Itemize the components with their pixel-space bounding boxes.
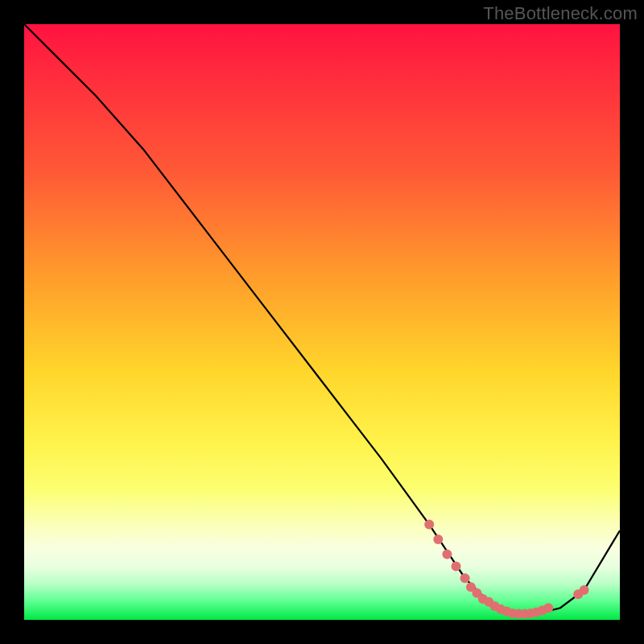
curve-svg	[24, 24, 620, 620]
marker-dot	[424, 520, 434, 530]
chart-frame: TheBottleneck.com	[0, 0, 644, 644]
marker-dot	[460, 573, 470, 583]
marker-dot	[580, 585, 589, 595]
marker-dot	[433, 535, 443, 544]
marker-dot	[452, 561, 461, 571]
watermark-text: TheBottleneck.com	[483, 3, 638, 24]
plot-area	[24, 24, 620, 620]
marker-dot	[543, 603, 553, 613]
marker-dot	[442, 550, 452, 559]
bottleneck-curve	[24, 24, 620, 614]
